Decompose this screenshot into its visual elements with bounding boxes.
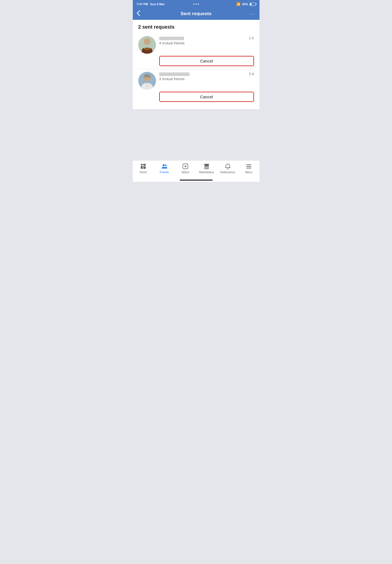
nav-label-friends: Friends xyxy=(160,171,169,174)
back-button[interactable] xyxy=(135,9,142,19)
svg-rect-13 xyxy=(246,164,251,165)
content-spacer xyxy=(133,135,259,160)
cancel-button-1[interactable]: Cancel xyxy=(159,56,254,66)
svg-point-1 xyxy=(144,38,150,45)
bottom-nav: Home Friends Watch xyxy=(133,160,259,178)
request-row-2: 2 d 3 mutual friends xyxy=(138,72,254,90)
svg-point-9 xyxy=(165,164,167,166)
nav-label-notifications: Notifications xyxy=(220,171,235,174)
avatar-1 xyxy=(138,36,156,54)
status-left: 7:47 PM Sun 5 Mar xyxy=(137,2,165,6)
svg-rect-5 xyxy=(141,166,143,169)
notifications-icon xyxy=(224,163,231,170)
requests-card: 2 sent requests xyxy=(133,20,259,109)
request-time-2: 2 d xyxy=(249,72,254,76)
battery-percent: 33% xyxy=(242,2,248,6)
svg-rect-4 xyxy=(141,164,143,165)
mutual-friends-1: 4 mutual friends xyxy=(159,41,254,45)
page-header: Sent requests ··· xyxy=(133,8,259,20)
svg-point-8 xyxy=(163,164,164,166)
nav-label-home: Home xyxy=(139,171,147,174)
svg-rect-15 xyxy=(246,168,251,169)
nav-item-watch[interactable]: Watch xyxy=(175,161,196,175)
nav-item-notifications[interactable]: Notifications xyxy=(217,161,238,175)
request-info-2: 2 d 3 mutual friends xyxy=(159,72,254,81)
battery-icon xyxy=(250,3,256,6)
status-bar: 7:47 PM Sun 5 Mar 📶 33% xyxy=(133,0,259,8)
nav-item-friends[interactable]: Friends xyxy=(154,161,175,175)
request-name-row-1: 1 h xyxy=(159,36,254,40)
menu-icon xyxy=(245,163,252,170)
svg-rect-6 xyxy=(143,164,146,166)
time: 7:47 PM xyxy=(137,2,148,6)
avatar-2 xyxy=(138,72,156,90)
section-title: 2 sent requests xyxy=(138,24,254,30)
mutual-friends-2: 3 mutual friends xyxy=(159,77,254,81)
request-name-1-blur xyxy=(159,37,184,40)
friends-icon xyxy=(161,163,168,170)
home-icon xyxy=(140,163,147,170)
nav-item-menu[interactable]: Menu xyxy=(238,161,259,175)
home-bar xyxy=(180,180,213,181)
wifi-icon: 📶 xyxy=(236,2,240,6)
watch-icon xyxy=(182,163,189,170)
request-row-1: 1 h 4 mutual friends xyxy=(138,36,254,54)
more-options-button[interactable]: ··· xyxy=(250,11,255,17)
svg-rect-7 xyxy=(143,166,146,169)
request-name-row-2: 2 d xyxy=(159,72,254,76)
nav-label-menu: Menu xyxy=(245,171,252,174)
date: Sun 5 Mar xyxy=(150,2,165,6)
nav-item-home[interactable]: Home xyxy=(133,161,154,175)
request-info-1: 1 h 4 mutual friends xyxy=(159,36,254,45)
center-dots xyxy=(193,4,199,5)
home-indicator xyxy=(133,178,259,182)
page-title: Sent requests xyxy=(180,11,211,17)
request-name-2-blur xyxy=(159,72,190,76)
svg-marker-11 xyxy=(185,165,187,167)
request-item-2: 2 d 3 mutual friends Cancel xyxy=(138,69,254,105)
nav-label-watch: Watch xyxy=(182,171,189,174)
request-time-1: 1 h xyxy=(249,36,254,40)
marketplace-icon xyxy=(203,163,210,170)
nav-label-marketplace: Marketplace xyxy=(199,171,214,174)
svg-rect-14 xyxy=(246,166,251,167)
status-right: 📶 33% xyxy=(236,2,255,6)
request-item-1: 1 h 4 mutual friends Cancel xyxy=(138,33,254,69)
nav-item-marketplace[interactable]: Marketplace xyxy=(196,161,217,175)
cancel-button-2[interactable]: Cancel xyxy=(159,92,254,102)
main-content: 2 sent requests xyxy=(133,20,259,135)
